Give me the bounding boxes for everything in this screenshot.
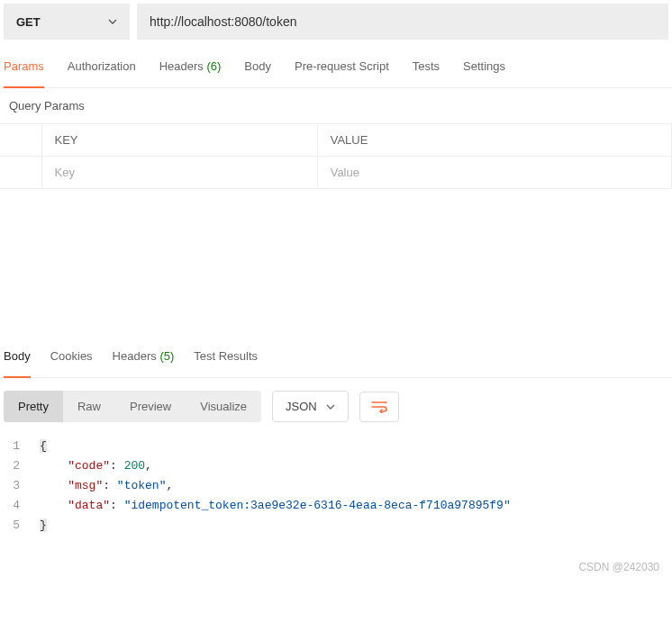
code-token: "idempotent_token:3ae9e32e-6316-4eaa-8ec… — [124, 499, 511, 512]
tab-headers-label: Headers — [159, 59, 204, 73]
tab-headers[interactable]: Headers (6) — [159, 59, 222, 82]
line-number: 4 — [0, 496, 40, 516]
code-line: 1 { — [0, 437, 672, 456]
response-toolbar: Pretty Raw Preview Visualize JSON — [0, 378, 672, 435]
code-token: "token" — [117, 479, 167, 492]
code-token: : — [110, 499, 124, 512]
view-visualize-button[interactable]: Visualize — [186, 391, 261, 422]
url-input[interactable] — [137, 4, 668, 40]
resp-tab-test-results[interactable]: Test Results — [194, 349, 258, 372]
checkbox-column-header — [0, 124, 41, 157]
resp-tab-cookies[interactable]: Cookies — [50, 349, 93, 372]
http-method-select[interactable]: GET — [4, 4, 130, 40]
code-token: "code" — [68, 459, 110, 473]
code-token: "msg" — [68, 479, 103, 492]
resp-tab-headers-count: (5) — [159, 349, 174, 363]
line-number: 2 — [0, 456, 40, 476]
watermark: CSDN @242030 — [0, 539, 672, 582]
code-token: , — [145, 459, 152, 473]
row-handle[interactable] — [0, 157, 41, 189]
code-token: : — [110, 459, 124, 473]
view-raw-button[interactable]: Raw — [63, 391, 115, 422]
tab-body[interactable]: Body — [244, 59, 271, 82]
resp-tab-headers-label: Headers — [113, 349, 157, 363]
tab-settings[interactable]: Settings — [463, 59, 505, 82]
value-column-header: VALUE — [317, 124, 671, 157]
key-column-header: KEY — [41, 124, 317, 157]
tab-authorization[interactable]: Authorization — [68, 59, 136, 82]
language-label: JSON — [286, 400, 317, 413]
line-number: 5 — [0, 516, 40, 536]
tab-prerequest[interactable]: Pre-request Script — [295, 59, 389, 82]
code-token: : — [103, 479, 117, 492]
code-token: , — [166, 479, 173, 492]
code-line: 5 } — [0, 516, 672, 536]
code-token: } — [40, 518, 47, 532]
wrap-lines-button[interactable] — [359, 392, 399, 422]
response-body[interactable]: 1 { 2 "code": 200, 3 "msg": "token", 4 "… — [0, 435, 672, 539]
view-mode-group: Pretty Raw Preview Visualize — [4, 391, 261, 422]
code-token: "data" — [68, 499, 110, 512]
request-tabs: Params Authorization Headers (6) Body Pr… — [0, 43, 672, 88]
resp-tab-body[interactable]: Body — [4, 349, 31, 378]
wrap-icon — [371, 401, 387, 413]
resp-tab-headers[interactable]: Headers (5) — [113, 349, 175, 372]
code-token: 200 — [124, 459, 145, 473]
view-preview-button[interactable]: Preview — [115, 391, 186, 422]
tab-headers-count: (6) — [206, 59, 221, 73]
code-line: 4 "data": "idempotent_token:3ae9e32e-631… — [0, 496, 672, 516]
tab-tests[interactable]: Tests — [413, 59, 440, 82]
response-tabs: Body Cookies Headers (5) Test Results — [0, 342, 672, 378]
http-method-label: GET — [16, 15, 41, 29]
code-line: 2 "code": 200, — [0, 456, 672, 476]
line-number: 3 — [0, 476, 40, 496]
code-token: { — [40, 439, 47, 453]
language-select[interactable]: JSON — [272, 391, 349, 422]
key-input[interactable]: Key — [41, 157, 317, 189]
table-row: Key Value — [0, 157, 672, 189]
query-params-table: KEY VALUE Key Value — [0, 123, 672, 189]
value-input[interactable]: Value — [317, 157, 671, 189]
chevron-down-icon — [326, 402, 335, 411]
line-number: 1 — [0, 437, 40, 456]
view-pretty-button[interactable]: Pretty — [4, 391, 63, 422]
chevron-down-icon — [108, 17, 117, 26]
tab-params[interactable]: Params — [4, 59, 44, 88]
query-params-title: Query Params — [0, 88, 672, 123]
code-line: 3 "msg": "token", — [0, 476, 672, 496]
